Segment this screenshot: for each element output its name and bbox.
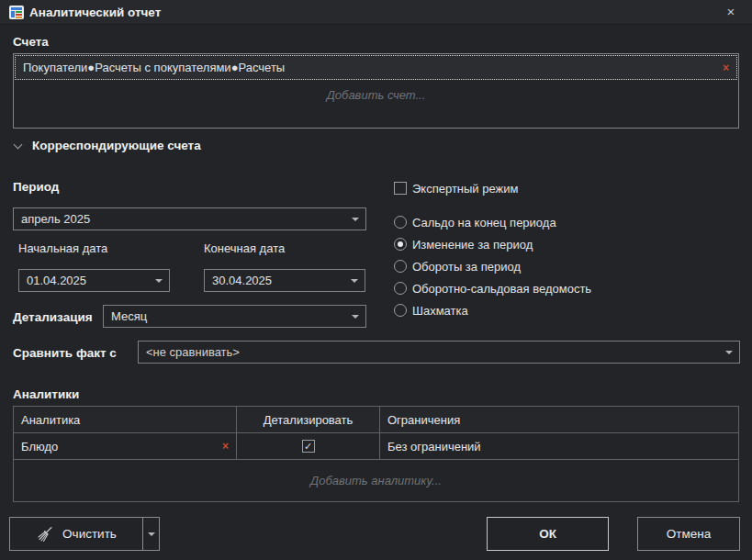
column-header-analytic: Аналитика: [14, 407, 237, 432]
radio-change-period-label[interactable]: Изменение за период: [412, 238, 533, 252]
clear-split-button[interactable]: Очистить: [9, 517, 160, 551]
dropdown-arrow-icon: [725, 351, 733, 354]
remove-account-icon[interactable]: ×: [723, 62, 729, 74]
accounts-label: Счета: [13, 35, 49, 49]
radio-turnover-period[interactable]: [394, 260, 407, 273]
analytic-name: Блюдо: [21, 440, 58, 454]
account-row-text: Покупатели●Расчеты с покупателями●Расчет…: [23, 61, 285, 74]
dropdown-arrow-icon: [352, 315, 359, 319]
radio-chess-label[interactable]: Шахматка: [412, 304, 468, 318]
period-preset-value: апрель 2025: [21, 212, 90, 226]
column-header-restrictions: Ограничения: [380, 407, 738, 432]
add-account-placeholder[interactable]: Добавить счет...: [14, 88, 738, 102]
remove-analytic-icon[interactable]: ×: [222, 440, 229, 453]
period-preset-select[interactable]: апрель 2025: [13, 207, 366, 230]
radio-turnover-period-label[interactable]: Обороты за период: [412, 260, 521, 274]
clear-button-label: Очистить: [62, 527, 117, 541]
dialog-title: Аналитический отчет: [29, 0, 161, 25]
analytics-table-header: Аналитика Детализировать Ограничения: [14, 407, 738, 433]
table-row: Блюдо × Без ограничений: [14, 433, 738, 460]
analytical-report-dialog: Аналитический отчет × Счета Покупатели●Р…: [0, 0, 752, 560]
accounts-listbox: Покупатели●Расчеты с покупателями●Расчет…: [13, 53, 739, 129]
radio-balance-end[interactable]: [394, 216, 407, 229]
detalization-value: Месяц: [111, 309, 147, 323]
compare-select[interactable]: <не сравнивать>: [138, 341, 740, 364]
account-row[interactable]: Покупатели●Расчеты с покупателями●Расчет…: [15, 55, 737, 80]
broom-icon: [36, 525, 54, 543]
expert-mode-checkbox[interactable]: [394, 182, 407, 195]
start-date-label: Начальная дата: [18, 241, 107, 255]
corresponding-accounts-label: Корреспондирующие счета: [32, 139, 201, 152]
start-date-value: 01.04.2025: [27, 274, 86, 287]
analytics-table: Аналитика Детализировать Ограничения Блю…: [13, 406, 739, 502]
detalization-label: Детализация: [13, 310, 93, 324]
dropdown-arrow-icon: [352, 218, 359, 221]
title-bar[interactable]: Аналитический отчет ×: [0, 0, 752, 25]
detalization-select[interactable]: Месяц: [103, 305, 366, 328]
radio-turnover-balance-sheet[interactable]: [394, 282, 407, 295]
end-date-label: Конечная дата: [204, 241, 285, 255]
column-header-detail: Детализировать: [237, 407, 380, 432]
end-date-value: 30.04.2025: [212, 274, 272, 287]
radio-chess[interactable]: [394, 304, 407, 317]
dropdown-arrow-icon: [351, 279, 358, 283]
add-analytic-placeholder[interactable]: Добавить аналитику...: [14, 460, 738, 501]
period-label: Период: [13, 180, 59, 194]
clear-dropdown-toggle[interactable]: [142, 518, 159, 550]
analytic-name-cell[interactable]: Блюдо ×: [14, 433, 237, 459]
corresponding-accounts-header[interactable]: Корреспондирующие счета: [15, 139, 201, 152]
clear-button[interactable]: Очистить: [10, 518, 142, 550]
radio-change-period[interactable]: [394, 238, 407, 251]
ok-button[interactable]: ОК: [487, 517, 609, 551]
report-table-icon: [9, 6, 24, 19]
compare-label: Сравнить факт с: [13, 346, 117, 360]
expert-mode-label[interactable]: Экспертный режим: [412, 182, 518, 196]
start-date-select[interactable]: 01.04.2025: [18, 269, 170, 292]
compare-value: <не сравнивать>: [146, 345, 240, 359]
radio-balance-end-label[interactable]: Сальдо на конец периода: [412, 216, 556, 230]
analytics-label: Аналитики: [13, 387, 79, 401]
dropdown-arrow-icon: [155, 279, 163, 283]
radio-turnover-balance-sheet-label[interactable]: Оборотно-сальдовая ведомость: [412, 282, 591, 296]
cancel-button[interactable]: Отмена: [637, 517, 740, 551]
detail-checkbox[interactable]: [302, 440, 315, 453]
restrictions-cell[interactable]: Без ограничений: [380, 433, 738, 459]
chevron-down-icon: [14, 140, 23, 149]
close-icon[interactable]: ×: [721, 0, 741, 25]
dropdown-arrow-icon: [148, 532, 155, 536]
end-date-select[interactable]: 30.04.2025: [204, 269, 365, 292]
detail-cell: [237, 433, 380, 459]
